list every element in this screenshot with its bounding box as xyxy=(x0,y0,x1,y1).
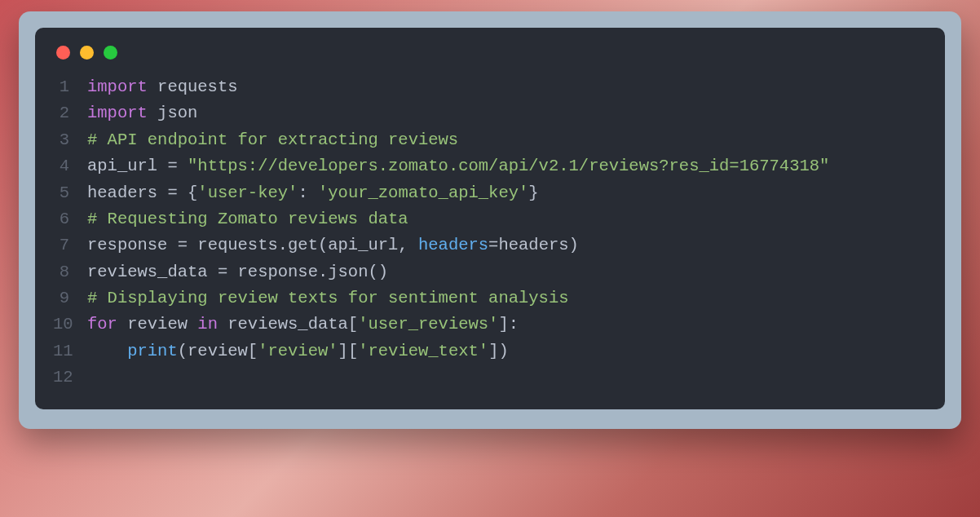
code-token: ][ xyxy=(338,342,359,360)
line-number: 9 xyxy=(53,285,87,312)
line-number: 4 xyxy=(53,153,87,179)
line-content[interactable]: reviews_data = response.json() xyxy=(87,259,927,285)
code-token: = xyxy=(218,263,227,281)
line-number: 1 xyxy=(53,74,87,100)
line-content[interactable]: api_url = "https://developers.zomato.com… xyxy=(87,153,927,179)
code-token: # API endpoint for extracting reviews xyxy=(87,130,458,149)
code-token: response.json() xyxy=(227,263,388,281)
code-token: for xyxy=(87,315,117,334)
line-content[interactable]: for review in reviews_data['user_reviews… xyxy=(87,312,927,338)
code-line[interactable]: 12 xyxy=(53,365,927,391)
line-number: 6 xyxy=(53,206,87,232)
line-content[interactable]: import json xyxy=(87,100,927,126)
code-line[interactable]: 3# API endpoint for extracting reviews xyxy=(53,127,927,153)
line-number: 10 xyxy=(53,312,87,338)
minimize-icon[interactable] xyxy=(80,46,94,60)
code-token: requests xyxy=(148,77,238,96)
code-token: : xyxy=(298,183,318,202)
code-token: = xyxy=(488,236,498,254)
line-content[interactable]: # Displaying review texts for sentiment … xyxy=(87,285,927,312)
code-token: import xyxy=(87,104,148,122)
code-token: 'review_text' xyxy=(358,342,488,360)
code-token: = xyxy=(167,157,177,175)
line-number: 5 xyxy=(53,180,87,206)
code-line[interactable]: 1import requests xyxy=(53,74,927,100)
code-line[interactable]: 8reviews_data = response.json() xyxy=(53,259,927,285)
line-content[interactable]: import requests xyxy=(87,74,927,100)
code-line[interactable]: 6# Requesting Zomato reviews data xyxy=(53,206,927,232)
code-token: api_url xyxy=(87,157,167,175)
code-token: import xyxy=(87,77,148,96)
code-block[interactable]: 1import requests2import json3# API endpo… xyxy=(53,74,927,391)
line-number: 11 xyxy=(53,338,87,365)
zoom-icon[interactable] xyxy=(104,46,117,60)
code-line[interactable]: 9# Displaying review texts for sentiment… xyxy=(53,285,927,312)
line-content[interactable]: print(review['review']['review_text']) xyxy=(87,338,927,365)
code-line[interactable]: 7response = requests.get(api_url, header… xyxy=(53,232,927,258)
code-token: review xyxy=(117,315,197,334)
code-line[interactable]: 2import json xyxy=(53,100,927,126)
line-number: 7 xyxy=(53,232,87,258)
code-editor[interactable]: 1import requests2import json3# API endpo… xyxy=(35,28,945,409)
code-token xyxy=(87,342,127,360)
code-token: 'your_zomato_api_key' xyxy=(318,183,528,202)
code-token: headers xyxy=(87,183,167,202)
line-number: 8 xyxy=(53,259,87,285)
line-content[interactable]: # API endpoint for extracting reviews xyxy=(87,127,927,153)
code-token: "https://developers.zomato.com/api/v2.1/… xyxy=(188,157,829,175)
code-token: in xyxy=(197,315,218,334)
line-content[interactable]: response = requests.get(api_url, headers… xyxy=(87,232,927,258)
window-controls xyxy=(56,46,927,60)
code-line[interactable]: 10for review in reviews_data['user_revie… xyxy=(53,312,927,338)
line-number: 12 xyxy=(53,365,87,391)
line-number: 2 xyxy=(53,100,87,126)
code-token: headers) xyxy=(498,236,578,254)
code-token: # Requesting Zomato reviews data xyxy=(87,210,408,228)
code-token: json xyxy=(148,104,198,122)
code-token xyxy=(178,157,188,175)
code-line[interactable]: 11 print(review['review']['review_text']… xyxy=(53,338,927,365)
code-token: 'review' xyxy=(258,342,338,360)
code-token: (review[ xyxy=(178,342,258,360)
code-token: } xyxy=(528,183,538,202)
code-token: 'user-key' xyxy=(197,183,298,202)
line-content[interactable]: headers = {'user-key': 'your_zomato_api_… xyxy=(87,180,927,206)
line-number: 3 xyxy=(53,127,87,153)
code-token: ]) xyxy=(488,342,509,360)
line-content[interactable] xyxy=(87,365,927,391)
code-token: reviews_data[ xyxy=(218,315,358,334)
code-token: = xyxy=(167,183,177,202)
close-icon[interactable] xyxy=(56,46,70,60)
code-token: print xyxy=(127,342,178,360)
code-token: ]: xyxy=(498,315,519,334)
line-content[interactable]: # Requesting Zomato reviews data xyxy=(87,206,927,232)
code-window: 1import requests2import json3# API endpo… xyxy=(19,11,961,429)
code-token: headers xyxy=(418,236,488,254)
code-line[interactable]: 5headers = {'user-key': 'your_zomato_api… xyxy=(53,180,927,206)
code-token: response xyxy=(87,236,178,254)
code-token: 'user_reviews' xyxy=(358,315,498,334)
code-token: = xyxy=(178,236,188,254)
code-token: { xyxy=(178,183,198,202)
code-token: # Displaying review texts for sentiment … xyxy=(87,289,569,307)
code-token: reviews_data xyxy=(87,263,218,281)
code-token: requests.get(api_url, xyxy=(188,236,418,254)
code-line[interactable]: 4api_url = "https://developers.zomato.co… xyxy=(53,153,927,179)
